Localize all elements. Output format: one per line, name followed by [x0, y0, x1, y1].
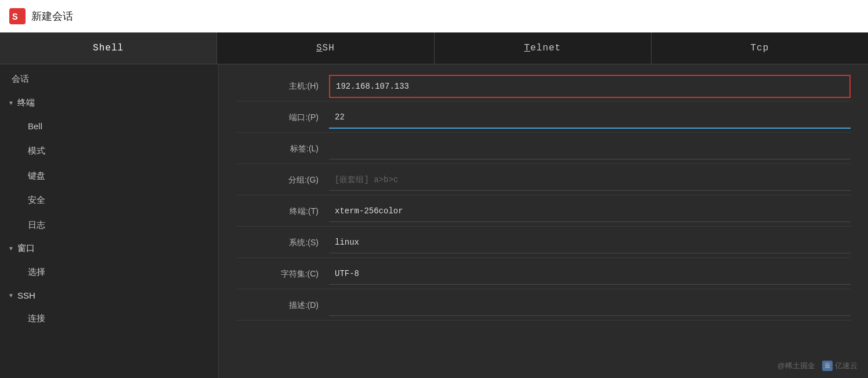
- watermark: @稀土掘金 云 亿速云: [777, 361, 858, 371]
- sidebar-label-anquan: 安全: [28, 195, 45, 205]
- desc-input-wrapper: [329, 295, 851, 316]
- group-input[interactable]: [329, 169, 439, 190]
- sidebar-label-huihua: 会话: [12, 74, 29, 83]
- form-row-host: 主机:(H): [236, 71, 851, 101]
- sidebar-item-rizhi[interactable]: 日志: [0, 213, 218, 238]
- system-input-wrapper: [329, 232, 851, 253]
- tab-bar: Shell SSH Telnet Tcp: [0, 32, 868, 64]
- dialog-title: 新建会话: [31, 9, 73, 23]
- label-system: 系统:(S): [236, 238, 329, 248]
- terminal-input-wrapper: [329, 201, 851, 222]
- title-bar: S 新建会话: [0, 0, 868, 32]
- sidebar-label-zhongduan: 终端: [17, 97, 35, 108]
- terminal-input[interactable]: [329, 201, 439, 221]
- sidebar-label-chuangkou: 窗口: [17, 243, 35, 254]
- sidebar-label-jianpan: 键盘: [28, 170, 45, 180]
- label-charset: 字符集:(C): [236, 269, 329, 279]
- tab-ssh-label: SSH: [316, 43, 335, 53]
- logo-icon: 云: [822, 361, 833, 371]
- sidebar-label-xuanze: 选择: [28, 267, 45, 277]
- label-group: 分组:(G): [236, 175, 329, 186]
- tag-input[interactable]: [329, 138, 439, 159]
- sidebar-item-lianjie[interactable]: 连接: [0, 306, 218, 331]
- sidebar-group-ssh[interactable]: ▼ SSH: [0, 285, 218, 306]
- host-input[interactable]: [330, 76, 440, 97]
- form-row-port: 端口:(P): [236, 103, 851, 133]
- sidebar-group-zhongduan[interactable]: ▼ 终端: [0, 92, 218, 114]
- charset-input[interactable]: [329, 263, 439, 284]
- form-row-tag: 标签:(L): [236, 134, 851, 164]
- tag-input-wrapper: [329, 138, 851, 159]
- watermark-text2: 亿速云: [835, 361, 858, 371]
- watermark-logo: 云 亿速云: [822, 361, 858, 371]
- label-host: 主机:(H): [236, 81, 329, 92]
- label-terminal: 终端:(T): [236, 206, 329, 217]
- port-input-wrapper: [329, 107, 851, 129]
- watermark-text1: @稀土掘金: [777, 361, 815, 371]
- form-area: 主机:(H) 端口:(P) 标签:(L) 分组:(G): [219, 64, 868, 378]
- port-input[interactable]: [329, 107, 439, 128]
- sidebar-item-bell[interactable]: Bell: [0, 114, 218, 139]
- sidebar-item-xuanze[interactable]: 选择: [0, 260, 218, 285]
- sidebar-label-rizhi: 日志: [28, 220, 45, 230]
- sidebar: 会话 ▼ 终端 Bell 模式 键盘 安全 日志 ▼ 窗口 选择 ▼: [0, 64, 219, 378]
- tab-shell-label: Shell: [93, 43, 124, 53]
- sidebar-item-jianpan[interactable]: 键盘: [0, 163, 218, 188]
- sidebar-group-chuangkou[interactable]: ▼ 窗口: [0, 237, 218, 260]
- expand-icon-zhongduan: ▼: [8, 100, 14, 106]
- tab-telnet-label: Telnet: [524, 43, 561, 53]
- form-row-group: 分组:(G): [236, 165, 851, 195]
- form-row-desc: 描述:(D): [236, 290, 851, 321]
- main-content: 会话 ▼ 终端 Bell 模式 键盘 安全 日志 ▼ 窗口 选择 ▼: [0, 64, 868, 378]
- host-input-wrapper: [329, 75, 851, 98]
- sidebar-label-bell: Bell: [28, 121, 42, 131]
- sidebar-item-huihua[interactable]: 会话: [0, 67, 218, 92]
- expand-icon-chuangkou: ▼: [8, 245, 14, 252]
- label-tag: 标签:(L): [236, 144, 329, 154]
- sidebar-item-moshi[interactable]: 模式: [0, 139, 218, 163]
- form-row-charset: 字符集:(C): [236, 259, 851, 289]
- sidebar-label-lianjie: 连接: [28, 313, 45, 323]
- group-input-wrapper: [329, 169, 851, 191]
- form-row-terminal: 终端:(T): [236, 197, 851, 227]
- label-port: 端口:(P): [236, 112, 329, 123]
- tab-tcp-label: Tcp: [750, 43, 769, 53]
- app-icon: S: [9, 8, 26, 24]
- system-input[interactable]: [329, 232, 439, 253]
- desc-input[interactable]: [329, 295, 439, 315]
- tab-tcp[interactable]: Tcp: [652, 32, 868, 64]
- sidebar-label-ssh: SSH: [17, 290, 35, 300]
- expand-icon-ssh: ▼: [8, 292, 14, 299]
- tab-telnet[interactable]: Telnet: [435, 32, 652, 64]
- sidebar-item-anquan[interactable]: 安全: [0, 188, 218, 213]
- tab-shell[interactable]: Shell: [0, 32, 217, 64]
- svg-text:S: S: [12, 12, 18, 23]
- charset-input-wrapper: [329, 263, 851, 285]
- label-desc: 描述:(D): [236, 300, 329, 311]
- sidebar-label-moshi: 模式: [28, 146, 45, 155]
- form-row-system: 系统:(S): [236, 228, 851, 258]
- tab-ssh[interactable]: SSH: [217, 32, 434, 64]
